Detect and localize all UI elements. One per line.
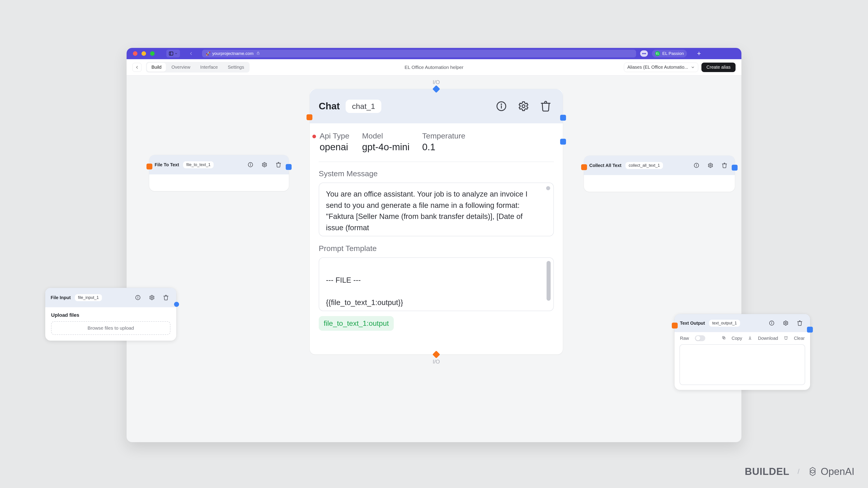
toolbar-back-button[interactable] (132, 63, 142, 72)
close-window-icon[interactable] (133, 51, 137, 56)
file-dropzone[interactable]: Browse files to upload (51, 321, 170, 335)
temperature-label: Temperature (422, 131, 465, 140)
input-port[interactable] (672, 323, 678, 328)
svg-point-18 (151, 297, 153, 298)
footer-brands: BUILDEL / OpenAI (745, 466, 855, 477)
info-icon[interactable] (246, 160, 255, 170)
scrollbar-thumb[interactable] (546, 186, 550, 190)
svg-point-22 (785, 322, 786, 324)
brand-separator: / (798, 468, 799, 475)
back-button[interactable] (187, 50, 195, 57)
url-bar[interactable]: 🚀 yourprojectname.com (202, 50, 636, 57)
output-port[interactable] (732, 165, 738, 170)
raw-toggle[interactable] (695, 335, 705, 341)
chat-node-id: chat_1 (346, 100, 381, 113)
node-title: File Input (51, 295, 71, 300)
node-title: Text Output (680, 321, 705, 326)
trash-icon[interactable] (161, 293, 171, 302)
status-dot-icon (312, 135, 316, 138)
output-port-bottom[interactable] (432, 351, 440, 358)
file-to-text-node[interactable]: File To Text file_to_text_1 (149, 155, 289, 191)
scrollbar-thumb[interactable] (547, 261, 551, 301)
trash-icon[interactable] (795, 318, 805, 328)
gear-icon[interactable] (259, 160, 270, 170)
openai-logo: OpenAI (808, 466, 855, 477)
alias-select[interactable]: Aliases (EL Office Automatio... (624, 63, 698, 72)
file-input-node[interactable]: File Input file_input_1 Upload files Bro… (45, 288, 176, 341)
api-type-label: Api Type (320, 131, 349, 140)
output-port[interactable] (286, 164, 291, 170)
chat-node[interactable]: I/O Chat chat_1 Api Type openai (310, 89, 563, 355)
raw-label: Raw (680, 336, 689, 341)
url-text: yourprojectname.com (212, 51, 254, 56)
sidebar-toggle-button[interactable] (166, 50, 180, 57)
svg-point-5 (501, 104, 502, 104)
url-favicon-icon: 🚀 (206, 51, 211, 56)
copy-button[interactable]: Copy (732, 336, 742, 341)
clear-button[interactable]: Clear (794, 336, 805, 341)
create-alias-button[interactable]: Create alias (702, 63, 736, 72)
trash-icon[interactable] (274, 160, 283, 170)
info-icon[interactable] (691, 160, 702, 170)
output-textarea[interactable] (680, 344, 805, 385)
gear-icon[interactable] (781, 318, 791, 328)
download-button[interactable]: Download (758, 336, 778, 341)
prompt-template-text: --- FILE --- {{file_to_text_1:output}} (326, 276, 403, 306)
output-port[interactable] (807, 327, 813, 332)
new-tab-button[interactable]: + (697, 50, 701, 57)
info-icon[interactable] (767, 318, 777, 328)
clear-icon (784, 336, 788, 341)
node-id: text_output_1 (709, 320, 740, 327)
output-port-right-1[interactable] (560, 115, 566, 121)
io-label-bottom: I/O (433, 359, 440, 365)
tab-settings[interactable]: Settings (223, 63, 249, 72)
share-button[interactable]: ••• (640, 51, 648, 57)
window-controls (133, 51, 155, 56)
svg-point-6 (522, 105, 525, 108)
system-message-text: You are an office assistant. Your job is… (326, 190, 528, 232)
user-label: EL Passion (662, 51, 684, 56)
minimize-window-icon[interactable] (142, 51, 146, 56)
toolbar-tabs: Build Overview Interface Settings (146, 62, 250, 72)
node-title: Collect All Text (589, 163, 621, 168)
gear-icon[interactable] (515, 98, 532, 114)
system-message-field[interactable]: You are an office assistant. Your job is… (319, 183, 554, 236)
page-title: EL Office Automation helper (405, 65, 463, 70)
input-port[interactable] (147, 164, 152, 169)
input-port-left[interactable] (307, 114, 312, 120)
temperature-value: 0.1 (422, 142, 465, 153)
browser-window: 🚀 yourprojectname.com ••• EL EL Passion … (127, 48, 741, 442)
gear-icon[interactable] (147, 293, 157, 302)
chat-node-title: Chat (319, 101, 340, 111)
variable-chip[interactable]: file_to_text_1:output (319, 316, 394, 331)
collect-all-text-node[interactable]: Collect All Text collect_all_text_1 (584, 156, 735, 192)
tab-build[interactable]: Build (147, 63, 166, 72)
canvas[interactable]: I/O Chat chat_1 Api Type openai (127, 75, 741, 442)
lock-icon (256, 51, 260, 56)
text-output-node[interactable]: Text Output text_output_1 Raw Copy Downl… (675, 314, 810, 390)
tab-overview[interactable]: Overview (167, 63, 195, 72)
prompt-template-label: Prompt Template (319, 244, 554, 253)
gear-icon[interactable] (706, 160, 715, 170)
trash-icon[interactable] (719, 160, 730, 170)
svg-point-14 (710, 165, 711, 166)
node-title: File To Text (155, 162, 179, 167)
user-pill[interactable]: EL EL Passion (652, 50, 687, 57)
maximize-window-icon[interactable] (150, 51, 155, 56)
info-icon[interactable] (133, 293, 143, 302)
openai-icon (808, 466, 817, 477)
output-port[interactable] (174, 302, 179, 307)
prompt-template-field[interactable]: --- FILE --- {{file_to_text_1:output}} (319, 257, 554, 311)
node-id: file_input_1 (75, 294, 102, 301)
output-port-right-2[interactable] (560, 139, 566, 144)
info-icon[interactable] (493, 98, 509, 114)
input-port[interactable] (581, 164, 587, 170)
tab-interface[interactable]: Interface (196, 63, 222, 72)
titlebar: 🚀 yourprojectname.com ••• EL EL Passion … (127, 48, 741, 59)
svg-point-10 (264, 164, 266, 166)
model-label: Model (362, 131, 410, 140)
user-avatar-icon: EL (655, 51, 660, 56)
trash-icon[interactable] (537, 98, 554, 114)
svg-rect-2 (257, 53, 259, 55)
alias-select-label: Aliases (EL Office Automatio... (627, 65, 688, 70)
